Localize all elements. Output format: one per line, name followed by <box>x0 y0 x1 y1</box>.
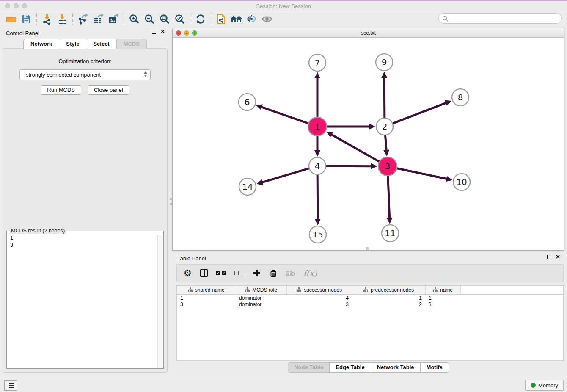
node-label: 4 <box>315 161 320 171</box>
node-label: 8 <box>458 92 463 102</box>
export-table-button[interactable] <box>91 13 106 25</box>
zoom-in-button[interactable] <box>127 13 142 25</box>
show-columns-button[interactable] <box>200 269 208 277</box>
column-header[interactable]: name <box>425 286 460 294</box>
tab-style[interactable]: Style <box>59 39 86 49</box>
mcds-result-line: 3 <box>10 242 160 249</box>
edge-arrowhead <box>381 72 387 78</box>
zoom-fit-button[interactable] <box>157 13 172 25</box>
node-table[interactable]: shared nameMCDS rolesuccessor nodesprede… <box>176 285 564 361</box>
toggle-bird-eye-view-button[interactable] <box>259 13 275 25</box>
show-home-panel-button[interactable] <box>229 13 244 25</box>
tab-mcds[interactable]: MCDS <box>116 39 147 49</box>
column-header[interactable]: predecessor nodes <box>352 286 425 294</box>
graph-edge[interactable] <box>261 107 308 123</box>
search-input[interactable] <box>450 16 561 22</box>
result-scrollbar[interactable] <box>157 235 163 368</box>
edge-arrowhead <box>315 219 321 225</box>
graph-edge[interactable] <box>393 102 447 123</box>
network-resize-grip[interactable] <box>366 247 369 250</box>
table-panel: Table Panel ✕ ⚙ ✓✓ <box>171 252 565 376</box>
float-panel-icon[interactable] <box>152 30 156 34</box>
graph-edge[interactable] <box>330 134 379 162</box>
export-image-button[interactable] <box>106 13 121 25</box>
table-toolbar: ⚙ ✓✓ f(x) <box>176 264 564 282</box>
table-cell[interactable]: 3 <box>286 301 352 308</box>
column-header[interactable]: shared name <box>177 286 236 294</box>
column-header-filler <box>460 286 563 294</box>
close-panel-button[interactable]: Close panel <box>88 85 129 95</box>
new-network-from-file-button[interactable] <box>214 13 229 25</box>
tab-select[interactable]: Select <box>86 39 116 49</box>
graph-edge[interactable] <box>388 176 390 219</box>
close-table-panel-icon[interactable]: ✕ <box>556 255 560 259</box>
tab-motifs[interactable]: Motifs <box>420 362 449 373</box>
mcds-result-group: MCDS result (2 nodes) 13 <box>6 231 164 369</box>
run-mcds-button[interactable]: Run MCDS <box>41 85 81 95</box>
open-folder-icon <box>6 14 17 24</box>
splitter-handle[interactable] <box>170 196 172 207</box>
tab-network[interactable]: Network <box>23 39 59 49</box>
tab-network-table[interactable]: Network Table <box>371 362 421 373</box>
graph-edge[interactable] <box>385 135 387 151</box>
table-cell[interactable]: 1 <box>177 294 236 301</box>
zoom-selected-button[interactable] <box>172 13 187 25</box>
node-label: 14 <box>242 182 253 192</box>
column-header[interactable]: MCDS role <box>236 286 286 294</box>
graph-edge[interactable] <box>326 166 372 166</box>
table-cell[interactable]: 1 <box>352 294 425 301</box>
network-window-titlebar[interactable]: × − + scc.txt <box>173 28 564 38</box>
import-table-button[interactable] <box>55 13 70 25</box>
node-label: 15 <box>312 229 323 240</box>
zoom-out-button[interactable] <box>142 13 157 25</box>
network-view-window: × − + scc.txt 7968124314101511 <box>172 28 564 251</box>
status-bar: Memory <box>0 378 567 392</box>
table-panel-title: Table Panel <box>177 255 206 262</box>
tab-edge-table[interactable]: Edge Table <box>329 362 371 373</box>
node-label: 3 <box>385 161 391 171</box>
tab-node-table[interactable]: Node Table <box>288 362 330 373</box>
edge-arrowhead <box>387 218 393 224</box>
network-canvas[interactable]: 7968124314101511 <box>173 38 564 250</box>
add-row-button[interactable] <box>253 269 261 277</box>
graph-edge[interactable] <box>261 168 309 182</box>
select-all-button[interactable]: ✓✓ <box>216 271 226 275</box>
search-box[interactable] <box>438 13 562 24</box>
mcds-result-line: 1 <box>10 235 160 242</box>
close-panel-icon[interactable]: ✕ <box>160 30 165 34</box>
table-cell[interactable]: 1 <box>425 294 460 301</box>
delete-row-button[interactable] <box>270 269 277 277</box>
graph-edge[interactable] <box>384 77 385 118</box>
criterion-dropdown[interactable]: strongly connected component <box>19 69 151 80</box>
table-settings-button[interactable]: ⚙ <box>184 268 192 278</box>
task-history-button[interactable] <box>4 380 17 391</box>
memory-button[interactable]: Memory <box>525 380 564 391</box>
table-cell[interactable]: 2 <box>352 301 425 308</box>
table-row[interactable]: 3dominator323 <box>177 301 563 308</box>
table-cell[interactable]: 4 <box>286 294 352 301</box>
control-panel: Control Panel ✕ Network Style Select MCD… <box>0 27 170 377</box>
import-network-button[interactable] <box>39 13 55 25</box>
table-cell[interactable]: 3 <box>177 301 236 308</box>
toggle-graphics-details-button[interactable] <box>244 13 259 25</box>
table-cell[interactable]: dominator <box>236 294 286 301</box>
function-builder-button[interactable]: f(x) <box>303 268 317 278</box>
graph-edge[interactable] <box>317 175 318 220</box>
open-file-button[interactable] <box>3 13 19 25</box>
export-network-button[interactable] <box>75 13 91 25</box>
float-table-panel-icon[interactable] <box>547 255 551 259</box>
table-cell[interactable]: 3 <box>425 301 460 308</box>
save-session-button[interactable] <box>19 13 34 25</box>
refresh-icon <box>195 14 206 24</box>
network-graph[interactable]: 7968124314101511 <box>173 38 564 250</box>
deselect-all-button[interactable] <box>234 271 244 275</box>
delete-column-button[interactable] <box>286 270 295 276</box>
table-cell[interactable]: dominator <box>236 301 286 308</box>
table-row[interactable]: 1dominator411 <box>177 294 563 301</box>
edge-arrowhead <box>314 150 320 157</box>
optimization-criterion-label: Optimization criterion: <box>3 58 167 64</box>
toolbar-separator <box>72 13 73 25</box>
column-header[interactable]: successor nodes <box>286 286 352 294</box>
apply-layout-button[interactable] <box>193 13 208 25</box>
graph-edge[interactable] <box>397 168 448 179</box>
